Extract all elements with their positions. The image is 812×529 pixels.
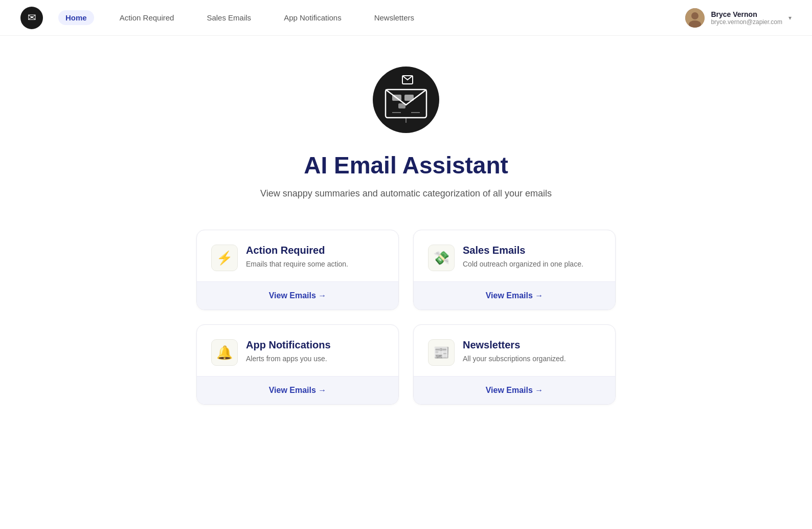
hero-title: AI Email Assistant [304, 151, 508, 179]
card-header-action-required: ⚡ Action Required Emails that require so… [197, 230, 398, 281]
view-emails-newsletters[interactable]: View Emails → [414, 376, 615, 404]
nav-links: Home Action Required Sales Emails App No… [58, 10, 685, 25]
card-header-app-notifications: 🔔 App Notifications Alerts from apps you… [197, 325, 398, 376]
svg-text:✉: ✉ [28, 12, 36, 23]
card-sales-emails: 💸 Sales Emails Cold outreach organized i… [413, 230, 616, 310]
view-emails-sales-emails[interactable]: View Emails → [414, 281, 615, 310]
card-header-newsletters: 📰 Newsletters All your subscriptions org… [414, 325, 615, 376]
sales-emails-icon: 💸 [428, 245, 455, 271]
chevron-down-icon: ▾ [788, 14, 792, 21]
user-info: Bryce Vernon bryce.vernon@zapier.com [711, 10, 782, 26]
card-action-required: ⚡ Action Required Emails that require so… [196, 230, 399, 310]
card-title-app-notifications: App Notifications [246, 339, 331, 351]
navbar: ✉ Home Action Required Sales Emails App … [0, 0, 812, 36]
card-desc-app-notifications: Alerts from apps you use. [246, 354, 331, 364]
card-title-newsletters: Newsletters [463, 339, 566, 351]
user-menu[interactable]: Bryce Vernon bryce.vernon@zapier.com ▾ [685, 8, 792, 28]
card-newsletters: 📰 Newsletters All your subscriptions org… [413, 324, 616, 405]
app-logo[interactable]: ✉ [20, 7, 43, 29]
nav-link-app-notifications[interactable]: App Notifications [277, 10, 349, 25]
app-notifications-icon: 🔔 [211, 339, 238, 366]
user-name: Bryce Vernon [711, 10, 782, 18]
cards-grid: ⚡ Action Required Emails that require so… [196, 230, 616, 405]
card-title-action-required: Action Required [246, 245, 348, 256]
card-desc-newsletters: All your subscriptions organized. [463, 354, 566, 364]
nav-link-home[interactable]: Home [58, 10, 94, 25]
card-desc-sales-emails: Cold outreach organized in one place. [463, 259, 583, 270]
card-desc-action-required: Emails that require some action. [246, 259, 348, 270]
card-title-sales-emails: Sales Emails [463, 245, 583, 256]
svg-point-3 [691, 12, 698, 19]
avatar [685, 8, 705, 28]
svg-rect-8 [404, 95, 414, 101]
nav-link-action-required[interactable]: Action Required [112, 10, 182, 25]
view-emails-app-notifications[interactable]: View Emails → [197, 376, 398, 404]
nav-link-sales-emails[interactable]: Sales Emails [199, 10, 258, 25]
svg-rect-7 [392, 95, 401, 101]
card-app-notifications: 🔔 App Notifications Alerts from apps you… [196, 324, 399, 405]
card-header-sales-emails: 💸 Sales Emails Cold outreach organized i… [414, 230, 615, 281]
action-required-icon: ⚡ [211, 245, 238, 271]
hero-subtitle: View snappy summaries and automatic cate… [260, 188, 552, 199]
hero-logo-icon [373, 67, 439, 133]
main-content: AI Email Assistant View snappy summaries… [0, 36, 812, 446]
view-emails-action-required[interactable]: View Emails → [197, 281, 398, 310]
user-email: bryce.vernon@zapier.com [711, 18, 782, 26]
nav-link-newsletters[interactable]: Newsletters [367, 10, 421, 25]
svg-rect-9 [398, 103, 405, 108]
newsletters-icon: 📰 [428, 339, 455, 366]
